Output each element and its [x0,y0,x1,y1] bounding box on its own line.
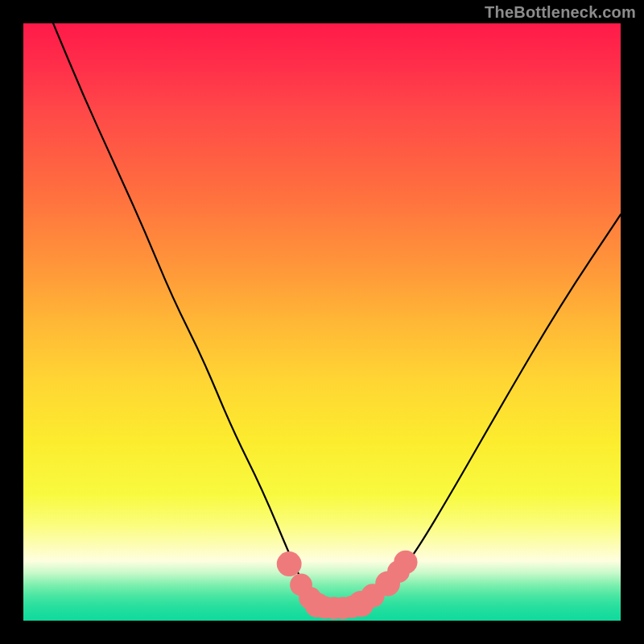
chart-frame: TheBottleneck.com [0,0,644,644]
curve-marker [394,551,417,574]
curve-markers [277,551,418,620]
plot-area [23,23,621,621]
bottleneck-curve [53,23,621,609]
curve-marker [277,551,302,576]
watermark-text: TheBottleneck.com [485,3,636,22]
chart-overlay [23,23,621,621]
